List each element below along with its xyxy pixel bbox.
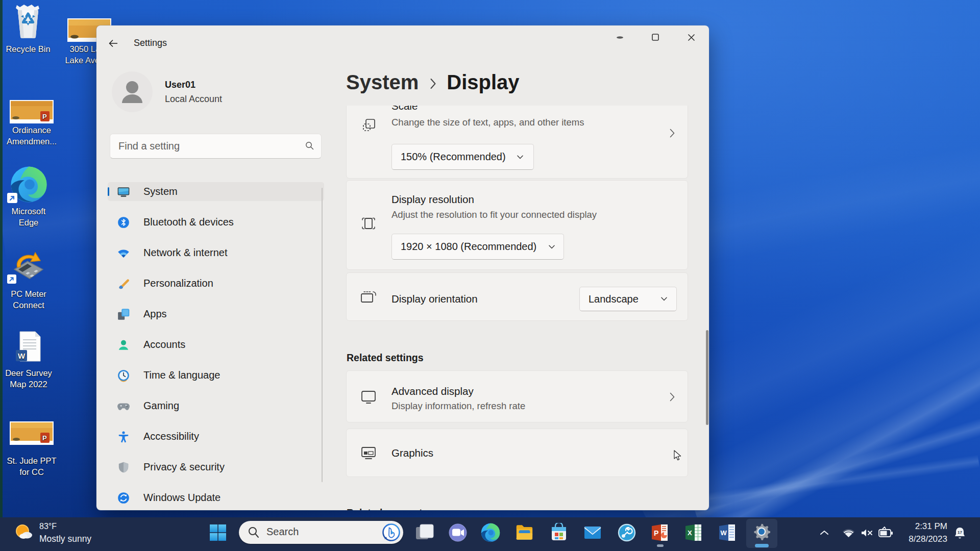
- svg-text:P: P: [654, 529, 658, 537]
- svg-text:17: 17: [958, 530, 962, 535]
- svg-text:X: X: [688, 529, 692, 537]
- svg-text:P: P: [42, 113, 47, 120]
- svg-text:P: P: [42, 434, 47, 442]
- svg-text:W: W: [18, 352, 26, 360]
- svg-text:W: W: [721, 529, 727, 537]
